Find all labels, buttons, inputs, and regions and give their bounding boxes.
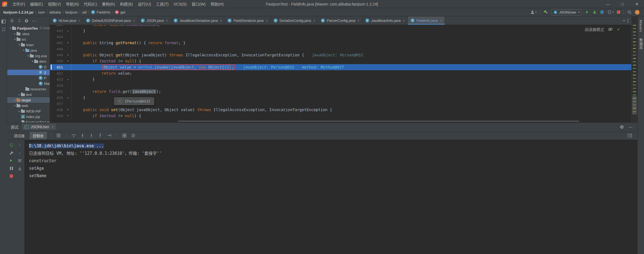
tree-item-target[interactable]: ▸target <box>7 97 50 103</box>
tree-item-Mai[interactable]: CMai <box>7 81 50 86</box>
debug-settings-wrench-icon[interactable] <box>9 150 14 155</box>
fold-marker-icon[interactable]: ▴ <box>65 76 72 82</box>
profiler-rerun-button[interactable]: ▾ <box>607 10 614 14</box>
error-stripe[interactable] <box>631 17 637 122</box>
menu-item[interactable]: 重构(R) <box>99 0 117 8</box>
tree-chevron-icon[interactable]: ▾ <box>13 38 17 41</box>
scroll-to-end-icon[interactable] <box>17 166 22 171</box>
tree-chevron-icon[interactable]: ▸ <box>13 32 17 35</box>
tab-close-icon[interactable]: × <box>78 19 80 23</box>
project-stripe-icon[interactable] <box>1 19 6 24</box>
tab-list-chevron-icon[interactable]: ▾ <box>623 19 625 22</box>
breadcrumb-item[interactable]: alibaba <box>49 10 61 14</box>
tree-item-FastjsonTest[interactable]: ▾FastjsonTestC:\Use <box>7 25 50 31</box>
search-everywhere-icon[interactable] <box>627 10 632 14</box>
editor-tab-SerializeConfig.java[interactable]: CSerializeConfig.java× <box>271 17 318 25</box>
prev-occurrence-icon[interactable]: ↑ <box>17 143 22 148</box>
fold-marker-icon[interactable]: ▴ <box>65 95 72 101</box>
fold-marker-icon[interactable]: ▾ <box>65 107 72 113</box>
fold-marker-icon[interactable]: ▾ <box>65 52 72 58</box>
tree-item-P[interactable]: CP <box>7 75 50 81</box>
tree-chevron-icon[interactable]: ▾ <box>22 49 25 52</box>
tab-close-icon[interactable]: × <box>358 19 360 23</box>
step-into-icon[interactable] <box>79 132 86 139</box>
inspections-ok-icon[interactable]: ✓ <box>617 27 620 32</box>
mute-breakpoints-icon[interactable] <box>130 132 137 139</box>
breadcrumb-item[interactable]: fastjson-1.2.24.jar <box>3 10 34 14</box>
coverage-button[interactable] <box>600 10 604 14</box>
horizontal-scrollbar-thumb[interactable] <box>178 121 579 122</box>
tab-close-icon[interactable]: × <box>440 19 442 23</box>
fold-marker-icon[interactable]: ▾ <box>65 58 72 64</box>
debug-session-tab[interactable]: JSONUser × <box>22 124 56 130</box>
tab-close-icon[interactable]: × <box>220 19 222 23</box>
soft-wrap-icon[interactable] <box>17 158 22 163</box>
hide-panel-icon[interactable]: — <box>32 19 36 23</box>
fold-marker-icon[interactable]: ▾ <box>65 40 72 46</box>
tree-chevron-icon[interactable]: ▾ <box>9 27 12 30</box>
menu-item[interactable]: 代码(C) <box>81 0 99 8</box>
tree-chevron-icon[interactable]: ▸ <box>18 110 21 112</box>
line-number[interactable]: 457 <box>50 102 65 106</box>
resume-button[interactable] <box>9 158 14 163</box>
editor-tab-JavaBeanSerializer.java[interactable]: CJavaBeanSerializer.java× <box>171 17 225 25</box>
tree-item-dem[interactable]: ▾dem <box>7 59 50 64</box>
collapse-all-icon[interactable] <box>17 19 21 23</box>
line-number[interactable]: 452 <box>50 71 65 75</box>
line-number[interactable]: 453 <box>50 77 65 82</box>
menu-item[interactable]: 导航(N) <box>63 0 81 8</box>
tree-item-J[interactable]: CJ <box>7 70 50 75</box>
stop-button[interactable] <box>617 11 620 14</box>
menu-item[interactable]: 视图(V) <box>46 0 64 8</box>
line-number[interactable]: 458 <box>50 108 65 112</box>
line-number[interactable]: 443 <box>50 29 65 33</box>
expand-value-icon[interactable]: + <box>118 99 122 103</box>
tab-close-icon[interactable]: × <box>52 125 54 129</box>
fold-marker-icon[interactable]: ▴ <box>65 28 72 34</box>
breadcrumb-item[interactable]: fastjson <box>65 10 78 14</box>
layout-options-icon[interactable] <box>55 132 62 139</box>
tab-close-icon[interactable]: × <box>313 19 315 23</box>
line-number[interactable]: 451 <box>50 65 65 69</box>
editor-tab-ParserConfig.java[interactable]: CParserConfig.java× <box>318 17 362 25</box>
menu-item[interactable]: 运行(U) <box>135 0 153 8</box>
tab-close-icon[interactable]: × <box>266 19 268 23</box>
settings-gear-icon[interactable] <box>25 19 29 23</box>
line-number[interactable]: 445 <box>50 41 65 45</box>
step-over-icon[interactable] <box>70 132 77 139</box>
tree-item-org.exa[interactable]: ▾org.exa <box>7 53 50 59</box>
user-icon[interactable]: ▾ <box>530 10 537 14</box>
force-step-into-icon[interactable] <box>88 132 95 139</box>
editor-tab-FieldInfo.java[interactable]: CFieldInfo.java× <box>408 17 445 25</box>
tree-chevron-icon[interactable]: ▸ <box>18 93 21 96</box>
run-config-selector[interactable]: JSONUser ▾ <box>551 9 582 15</box>
settings-gear-icon[interactable] <box>620 125 624 129</box>
line-number[interactable]: 450 <box>50 59 65 63</box>
menu-item[interactable]: 编辑(E) <box>28 0 46 8</box>
select-opened-file-icon[interactable] <box>10 19 14 23</box>
line-number[interactable]: 444 <box>50 35 65 39</box>
tree-item-index.jsp[interactable]: Jindex.jsp <box>7 114 50 119</box>
tab-close-icon[interactable]: × <box>166 19 168 23</box>
rerun-button[interactable] <box>9 143 14 148</box>
tree-chevron-icon[interactable]: ▾ <box>18 43 21 46</box>
tree-chevron-icon[interactable]: ▸ <box>13 99 17 101</box>
breadcrumb-item[interactable]: com <box>38 10 45 14</box>
tree-item-resources[interactable]: resources <box>7 86 50 92</box>
tree-item-D[interactable]: CD <box>7 64 50 70</box>
run-to-cursor-icon[interactable] <box>105 132 113 139</box>
run-button[interactable] <box>585 10 589 14</box>
pause-button[interactable] <box>9 166 14 171</box>
tree-item-test[interactable]: ▸test <box>7 92 50 97</box>
menu-item[interactable]: VCS(S) <box>171 0 189 8</box>
tool-stripe-Maven[interactable]: Maven <box>639 20 643 32</box>
tree-chevron-icon[interactable]: ▾ <box>27 54 30 57</box>
menu-item[interactable]: 帮助(H) <box>208 0 226 8</box>
tree-item-web[interactable]: ▾web <box>7 103 50 108</box>
tab-close-icon[interactable]: × <box>133 19 135 23</box>
horizontal-scrollbar[interactable] <box>50 120 631 122</box>
line-number[interactable]: 455 <box>50 90 65 94</box>
menu-item[interactable]: 工具(T) <box>154 0 171 8</box>
hide-panel-icon[interactable]: — <box>629 125 632 129</box>
editor-tab-FieldSerializer.java[interactable]: CFieldSerializer.java× <box>225 17 271 25</box>
